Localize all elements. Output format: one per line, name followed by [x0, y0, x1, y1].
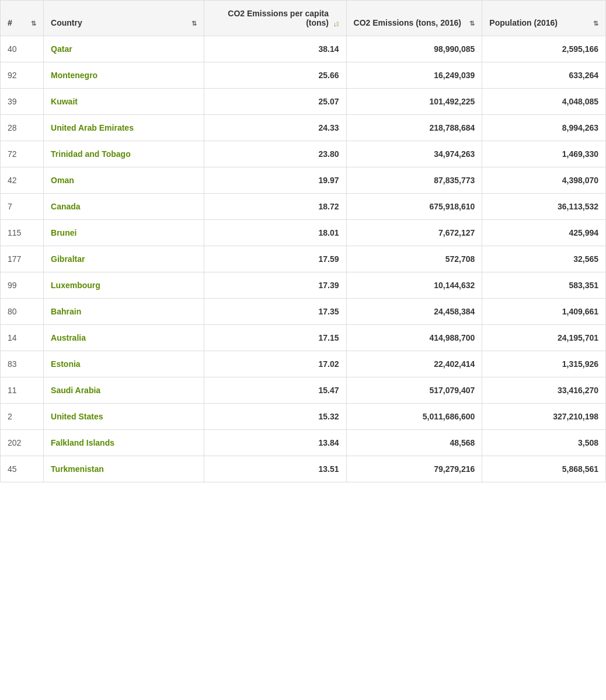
table-row: 11Saudi Arabia15.47517,079,40733,416,270 [1, 377, 606, 404]
population-cell: 633,264 [482, 62, 606, 89]
co2-per-capita-column-header[interactable]: CO2 Emissions per capita (tons) ↓⃞ [204, 1, 346, 36]
country-sort-icon[interactable]: ⇅ [191, 20, 197, 27]
rank-cell: 80 [1, 299, 44, 325]
country-link[interactable]: Qatar [51, 44, 72, 54]
co2-per-capita-sort-icon[interactable]: ↓⃞ [333, 20, 339, 27]
table-row: 83Estonia17.0222,402,4141,315,926 [1, 351, 606, 377]
co2-emissions-cell: 572,708 [346, 246, 482, 272]
table-row: 39Kuwait25.07101,492,2254,048,085 [1, 89, 606, 115]
rank-cell: 7 [1, 194, 44, 220]
rank-cell: 92 [1, 62, 44, 89]
rank-sort-icon[interactable]: ⇅ [31, 20, 36, 27]
rank-cell: 28 [1, 115, 44, 141]
country-cell[interactable]: Turkmenistan [44, 456, 204, 482]
country-link[interactable]: Falkland Islands [51, 438, 114, 447]
country-cell[interactable]: Canada [44, 194, 204, 220]
population-cell: 425,994 [482, 220, 606, 246]
table-row: 99Luxembourg17.3910,144,632583,351 [1, 272, 606, 299]
population-sort-icon[interactable]: ⇅ [593, 20, 598, 27]
population-cell: 583,351 [482, 272, 606, 299]
co2-emissions-sort-icon[interactable]: ⇅ [469, 20, 475, 27]
country-link[interactable]: Canada [51, 202, 81, 211]
co2-per-capita-cell: 13.84 [204, 430, 346, 456]
population-cell: 1,409,661 [482, 299, 606, 325]
rank-cell: 72 [1, 141, 44, 167]
table-body: 40Qatar38.1498,990,0852,595,16692Montene… [1, 36, 606, 482]
country-link[interactable]: Gibraltar [51, 254, 85, 264]
country-link[interactable]: Bahrain [51, 307, 81, 316]
co2-emissions-cell: 5,011,686,600 [346, 404, 482, 430]
country-column-header[interactable]: Country ⇅ [44, 1, 204, 36]
country-link[interactable]: Trinidad and Tobago [51, 149, 131, 159]
country-cell[interactable]: Bahrain [44, 299, 204, 325]
country-cell[interactable]: Australia [44, 325, 204, 351]
co2-emissions-cell: 98,990,085 [346, 36, 482, 62]
population-header-label: Population (2016) [489, 18, 558, 27]
country-link[interactable]: Turkmenistan [51, 464, 104, 474]
country-cell[interactable]: Estonia [44, 351, 204, 377]
country-cell[interactable]: Gibraltar [44, 246, 204, 272]
co2-emissions-header-label: CO2 Emissions (tons, 2016) [354, 18, 461, 27]
country-header-label: Country [51, 18, 82, 27]
rank-cell: 115 [1, 220, 44, 246]
table-row: 202Falkland Islands13.8448,5683,508 [1, 430, 606, 456]
population-cell: 24,195,701 [482, 325, 606, 351]
main-table-container: # ⇅ Country ⇅ CO2 Emissions per capita (… [0, 0, 606, 482]
country-cell[interactable]: Kuwait [44, 89, 204, 115]
rank-cell: 99 [1, 272, 44, 299]
rank-cell: 177 [1, 246, 44, 272]
rank-cell: 40 [1, 36, 44, 62]
country-cell[interactable]: Trinidad and Tobago [44, 141, 204, 167]
population-cell: 1,315,926 [482, 351, 606, 377]
co2-per-capita-cell: 24.33 [204, 115, 346, 141]
co2-emissions-column-header[interactable]: CO2 Emissions (tons, 2016) ⇅ [346, 1, 482, 36]
population-column-header[interactable]: Population (2016) ⇅ [482, 1, 606, 36]
country-cell[interactable]: United States [44, 404, 204, 430]
co2-emissions-cell: 79,279,216 [346, 456, 482, 482]
country-link[interactable]: Kuwait [51, 97, 78, 106]
table-row: 115Brunei18.017,672,127425,994 [1, 220, 606, 246]
country-link[interactable]: United States [51, 412, 103, 421]
country-cell[interactable]: Qatar [44, 36, 204, 62]
country-link[interactable]: Montenegro [51, 71, 97, 80]
country-link[interactable]: Brunei [51, 228, 76, 237]
population-cell: 1,469,330 [482, 141, 606, 167]
co2-emissions-cell: 22,402,414 [346, 351, 482, 377]
country-cell[interactable]: Montenegro [44, 62, 204, 89]
table-row: 2United States15.325,011,686,600327,210,… [1, 404, 606, 430]
rank-cell: 2 [1, 404, 44, 430]
rank-cell: 14 [1, 325, 44, 351]
country-link[interactable]: Australia [51, 333, 86, 342]
co2-emissions-cell: 10,144,632 [346, 272, 482, 299]
population-cell: 33,416,270 [482, 377, 606, 404]
rank-cell: 202 [1, 430, 44, 456]
country-link[interactable]: Oman [51, 176, 74, 185]
country-cell[interactable]: Luxembourg [44, 272, 204, 299]
population-cell: 327,210,198 [482, 404, 606, 430]
country-link[interactable]: Luxembourg [51, 281, 100, 290]
country-link[interactable]: United Arab Emirates [51, 123, 134, 132]
co2-per-capita-cell: 38.14 [204, 36, 346, 62]
country-cell[interactable]: United Arab Emirates [44, 115, 204, 141]
table-row: 7Canada18.72675,918,61036,113,532 [1, 194, 606, 220]
co2-emissions-cell: 48,568 [346, 430, 482, 456]
co2-per-capita-cell: 18.72 [204, 194, 346, 220]
co2-emissions-cell: 414,988,700 [346, 325, 482, 351]
table-row: 28United Arab Emirates24.33218,788,6848,… [1, 115, 606, 141]
rank-cell: 42 [1, 167, 44, 194]
country-link[interactable]: Saudi Arabia [51, 386, 100, 395]
co2-per-capita-cell: 23.80 [204, 141, 346, 167]
rank-cell: 45 [1, 456, 44, 482]
rank-column-header[interactable]: # ⇅ [1, 1, 44, 36]
population-cell: 4,048,085 [482, 89, 606, 115]
country-link[interactable]: Estonia [51, 359, 81, 369]
country-cell[interactable]: Oman [44, 167, 204, 194]
country-cell[interactable]: Saudi Arabia [44, 377, 204, 404]
population-cell: 4,398,070 [482, 167, 606, 194]
population-cell: 36,113,532 [482, 194, 606, 220]
population-cell: 3,508 [482, 430, 606, 456]
country-cell[interactable]: Brunei [44, 220, 204, 246]
co2-emissions-cell: 675,918,610 [346, 194, 482, 220]
country-cell[interactable]: Falkland Islands [44, 430, 204, 456]
co2-emissions-cell: 16,249,039 [346, 62, 482, 89]
